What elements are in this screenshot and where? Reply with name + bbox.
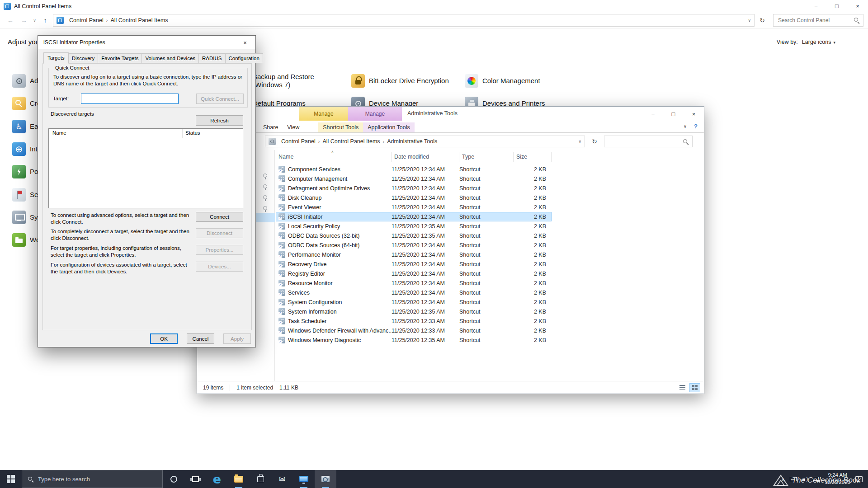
file-row-system-configuration[interactable]: System Configuration11/25/2020 12:34 AMS… xyxy=(276,297,552,307)
properties-button[interactable]: Properties... xyxy=(196,245,243,255)
column-header-size[interactable]: Size xyxy=(514,152,552,162)
disconnect-button[interactable]: Disconnect xyxy=(196,228,243,238)
devices-button[interactable]: Devices... xyxy=(196,262,243,272)
dialog-tab-configuration[interactable]: Configuration xyxy=(225,53,263,63)
file-row-registry-editor[interactable]: Registry Editor11/25/2020 12:34 AMShortc… xyxy=(276,269,552,278)
file-date-modified: 11/25/2020 12:35 AM xyxy=(392,223,459,230)
table-column-status[interactable]: Status xyxy=(185,130,200,136)
file-row-iscsi-initiator[interactable]: iSCSI Initiator11/25/2020 12:34 AMShortc… xyxy=(276,212,552,221)
file-name: System Information xyxy=(276,308,392,315)
application-tools-manage-tab[interactable]: Manage xyxy=(348,107,402,121)
column-header-name[interactable]: Name xyxy=(276,152,392,162)
ok-button[interactable]: OK xyxy=(150,333,178,344)
icons-view-button[interactable] xyxy=(689,383,700,392)
shortcut-file-icon xyxy=(278,261,285,267)
file-row-odbc-data-sources-64-bit[interactable]: ODBC Data Sources (64-bit)11/25/2020 12:… xyxy=(276,240,552,250)
minimize-button[interactable]: − xyxy=(643,107,663,121)
connect-button[interactable]: Connect xyxy=(196,212,243,222)
taskbar-control-panel-button[interactable] xyxy=(293,470,315,488)
help-icon[interactable]: ? xyxy=(694,123,698,130)
network-icon[interactable] xyxy=(813,477,820,482)
column-header-date-modified[interactable]: Date modified xyxy=(392,152,459,162)
discovered-targets-table[interactable]: Name Status xyxy=(48,128,243,208)
refresh-button[interactable]: Refresh xyxy=(196,115,243,126)
file-row-disk-cleanup[interactable]: Disk Cleanup11/25/2020 12:34 AMShortcut2… xyxy=(276,193,552,202)
pin-icon[interactable] xyxy=(263,195,267,199)
cancel-button[interactable]: Cancel xyxy=(187,333,214,344)
file-row-recovery-drive[interactable]: Recovery Drive11/25/2020 12:34 AMShortcu… xyxy=(276,259,552,269)
file-row-task-scheduler[interactable]: Task Scheduler11/25/2020 12:33 AMShortcu… xyxy=(276,316,552,326)
target-input[interactable] xyxy=(81,94,179,104)
dialog-tab-volumes-and-devices[interactable]: Volumes and Devices xyxy=(142,53,199,63)
refresh-button[interactable]: ↻ xyxy=(589,136,600,147)
file-row-windows-defender-firewall-with-advanc[interactable]: Windows Defender Firewall with Advanc...… xyxy=(276,326,552,335)
taskbar-iscsi-button[interactable] xyxy=(315,470,336,488)
explorer-address-bar[interactable]: Control Panel›All Control Panel Items›Ad… xyxy=(265,136,585,147)
windows-logo-icon xyxy=(7,475,15,483)
expand-ribbon-icon[interactable]: ∨ xyxy=(684,124,687,129)
file-name-text: Registry Editor xyxy=(288,271,325,277)
details-view-button[interactable] xyxy=(677,383,688,392)
ribbon-tab-shortcut-tools[interactable]: Shortcut Tools xyxy=(318,122,363,132)
column-header-type[interactable]: Type xyxy=(459,152,514,162)
dialog-tab-discovery[interactable]: Discovery xyxy=(68,53,98,63)
hidden-icons-icon[interactable]: ∧ xyxy=(781,477,784,482)
dialog-tab-targets[interactable]: Targets xyxy=(43,52,69,64)
pin-icon[interactable] xyxy=(263,184,267,188)
work-folders-icon xyxy=(12,233,26,247)
taskbar-mail-button[interactable] xyxy=(271,470,293,488)
file-date-modified: 11/25/2020 12:34 AM xyxy=(392,280,459,286)
file-row-windows-memory-diagnostic[interactable]: Windows Memory Diagnostic11/25/2020 12:3… xyxy=(276,335,552,345)
file-row-computer-management[interactable]: Computer Management11/25/2020 12:34 AMSh… xyxy=(276,174,552,183)
clock[interactable]: 9:24 AM 11/25/2020 xyxy=(825,472,850,486)
action-center-icon[interactable] xyxy=(855,476,863,482)
file-row-services[interactable]: Services11/25/2020 12:34 AMShortcut2 KB xyxy=(276,288,552,297)
ribbon-tab-share[interactable]: Share xyxy=(259,122,283,132)
start-button[interactable] xyxy=(0,470,22,488)
cp-item-bitlocker-drive-encryption[interactable]: BitLocker Drive Encryption xyxy=(351,72,449,90)
dialog-tab-radius[interactable]: RADIUS xyxy=(198,53,225,63)
file-type: Shortcut xyxy=(459,271,514,277)
pin-icon[interactable] xyxy=(263,174,267,178)
taskbar-search[interactable]: Type here to search xyxy=(22,470,163,488)
quick-connect-button[interactable]: Quick Connect... xyxy=(196,94,244,104)
breadcrumb-item-administrative-tools[interactable]: Administrative Tools xyxy=(385,138,439,145)
maximize-button[interactable]: □ xyxy=(663,107,684,121)
breadcrumb-item-control-panel[interactable]: Control Panel xyxy=(279,138,318,145)
taskbar-edge-button[interactable] xyxy=(206,470,228,488)
nav-selected-item[interactable] xyxy=(255,213,275,222)
file-row-component-services[interactable]: Component Services11/25/2020 12:34 AMSho… xyxy=(276,164,552,174)
ribbon-tab-application-tools[interactable]: Application Tools xyxy=(363,122,415,132)
breadcrumb-item-all-control-panel-items[interactable]: All Control Panel Items xyxy=(320,138,382,145)
close-button[interactable]: × xyxy=(235,36,255,49)
dialog-tab-favorite-targets[interactable]: Favorite Targets xyxy=(98,53,142,63)
explorer-search-input[interactable] xyxy=(608,138,683,145)
file-row-event-viewer[interactable]: Event Viewer11/25/2020 12:34 AMShortcut2… xyxy=(276,202,552,212)
taskbar-file-explorer-button[interactable] xyxy=(228,470,250,488)
cp-item-label: Backup and Restore (Windows 7) xyxy=(253,73,343,89)
apply-button[interactable]: Apply xyxy=(223,333,251,344)
action-description: For configuration of devices associated … xyxy=(51,262,195,275)
close-button[interactable]: × xyxy=(684,107,704,121)
cp-item-color-management[interactable]: Color Management xyxy=(465,72,540,90)
table-column-name[interactable]: Name xyxy=(52,130,66,136)
file-row-system-information[interactable]: System Information11/25/2020 12:35 AMSho… xyxy=(276,307,552,316)
taskbar-task-view-button[interactable] xyxy=(184,470,206,488)
file-name-text: System Information xyxy=(288,309,337,315)
file-row-resource-monitor[interactable]: Resource Monitor11/25/2020 12:34 AMShort… xyxy=(276,278,552,288)
shortcut-file-icon xyxy=(278,318,285,324)
selection-size: 1.11 KB xyxy=(279,385,298,391)
file-row-performance-monitor[interactable]: Performance Monitor11/25/2020 12:34 AMSh… xyxy=(276,250,552,259)
speaker-icon[interactable] xyxy=(802,476,808,482)
taskbar-store-button[interactable] xyxy=(250,470,271,488)
taskbar-cortana-button[interactable] xyxy=(163,470,184,488)
shortcut-tools-manage-tab[interactable]: Manage xyxy=(299,107,348,121)
pin-icon[interactable] xyxy=(263,206,267,210)
touch-keyboard-icon[interactable] xyxy=(790,477,797,481)
file-row-defragment-and-optimize-drives[interactable]: Defragment and Optimize Drives11/25/2020… xyxy=(276,183,552,193)
file-type: Shortcut xyxy=(459,176,514,182)
file-row-local-security-policy[interactable]: Local Security Policy11/25/2020 12:35 AM… xyxy=(276,221,552,231)
ribbon-tab-view[interactable]: View xyxy=(283,122,304,132)
address-dropdown-icon[interactable]: ∨ xyxy=(578,139,581,144)
file-row-odbc-data-sources-32-bit[interactable]: ODBC Data Sources (32-bit)11/25/2020 12:… xyxy=(276,231,552,240)
